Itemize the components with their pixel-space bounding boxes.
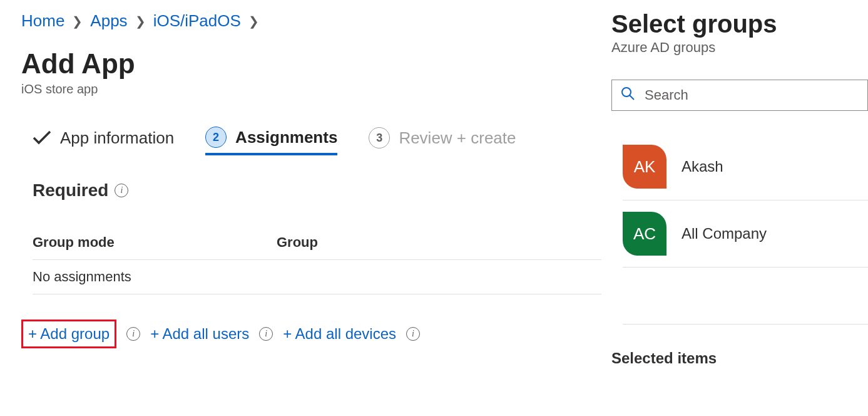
add-all-users-link[interactable]: + Add all users xyxy=(150,325,249,343)
section-title: Required xyxy=(33,180,108,200)
group-name: All Company xyxy=(682,225,767,242)
panel-divider xyxy=(623,324,868,325)
col-group-mode: Group mode xyxy=(33,234,277,251)
panel-title: Select groups xyxy=(611,10,868,38)
info-icon[interactable]: i xyxy=(406,327,420,341)
section-required: Required i xyxy=(33,180,590,200)
step-number-icon: 2 xyxy=(205,127,227,148)
search-icon xyxy=(621,86,635,104)
group-name: Akash xyxy=(682,158,723,175)
breadcrumb-ios[interactable]: iOS/iPadOS xyxy=(153,11,241,31)
step-number-icon: 3 xyxy=(369,127,390,148)
wizard-steps: App information 2 Assignments 3 Review +… xyxy=(21,127,590,155)
info-icon[interactable]: i xyxy=(126,327,140,341)
breadcrumb-apps[interactable]: Apps xyxy=(90,11,127,31)
page-subtitle: iOS store app xyxy=(21,82,590,96)
step-review-create[interactable]: 3 Review + create xyxy=(369,127,516,155)
group-item[interactable]: AC All Company xyxy=(623,200,868,268)
search-input[interactable] xyxy=(643,86,859,104)
table-header: Group mode Group xyxy=(33,226,601,260)
step-label: App information xyxy=(60,128,174,148)
info-icon[interactable]: i xyxy=(259,327,273,341)
add-group-link[interactable]: + Add group xyxy=(28,325,110,343)
highlight-box: + Add group xyxy=(21,320,116,348)
step-app-information[interactable]: App information xyxy=(33,128,174,154)
group-list: AK Akash AC All Company xyxy=(623,133,868,268)
chevron-right-icon: ❯ xyxy=(72,15,83,28)
svg-line-1 xyxy=(630,95,634,100)
group-avatar: AK xyxy=(623,145,666,189)
chevron-right-icon: ❯ xyxy=(248,15,259,28)
svg-point-0 xyxy=(622,88,631,96)
group-item[interactable]: AK Akash xyxy=(623,133,868,200)
page-title: Add App xyxy=(21,48,590,80)
group-avatar: AC xyxy=(623,212,666,256)
step-label: Assignments xyxy=(235,128,337,147)
assignments-table: Group mode Group No assignments xyxy=(33,226,601,294)
step-assignments[interactable]: 2 Assignments xyxy=(205,127,337,155)
chevron-right-icon: ❯ xyxy=(135,15,146,28)
assignment-actions: + Add group i + Add all users i + Add al… xyxy=(21,320,590,348)
add-all-devices-link[interactable]: + Add all devices xyxy=(283,325,396,343)
step-label: Review + create xyxy=(399,128,516,148)
table-row: No assignments xyxy=(33,260,601,294)
col-group: Group xyxy=(277,234,601,251)
selected-items-header: Selected items xyxy=(611,350,868,367)
breadcrumb: Home ❯ Apps ❯ iOS/iPadOS ❯ xyxy=(21,11,590,31)
panel-subtitle: Azure AD groups xyxy=(611,39,868,56)
select-groups-panel: Select groups Azure AD groups AK Akash A… xyxy=(611,0,868,416)
breadcrumb-home[interactable]: Home xyxy=(21,11,64,31)
search-box[interactable] xyxy=(611,80,868,111)
check-icon xyxy=(33,128,51,147)
info-icon[interactable]: i xyxy=(115,184,128,197)
table-empty-message: No assignments xyxy=(33,269,277,285)
